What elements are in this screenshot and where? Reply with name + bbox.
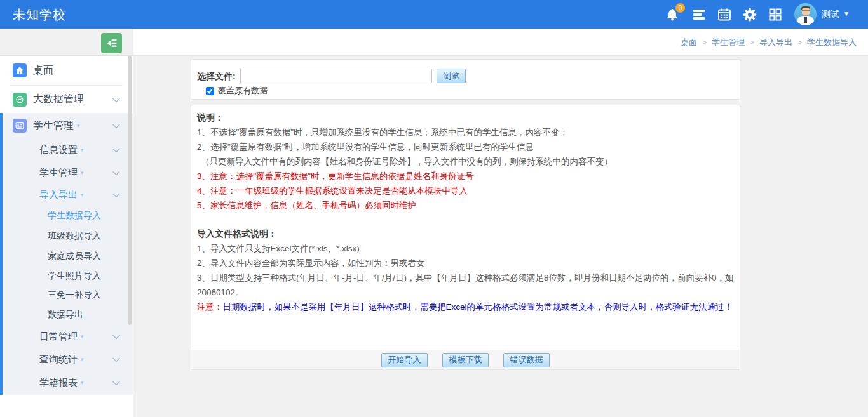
big-data-icon	[13, 93, 27, 107]
format-spec-title: 导入文件格式说明：	[197, 227, 734, 241]
submenu-triangle-icon: ▾	[81, 356, 84, 362]
sidebar-scrollbar[interactable]	[128, 56, 132, 325]
sidebar-item-data-export[interactable]: 数据导出	[3, 305, 133, 325]
format-note: 注意：日期数据时，如果不是采用【年月日】这种格式时，需要把Excel的单元格格式…	[197, 300, 734, 314]
top-header: 未知学校 0	[0, 0, 868, 29]
instruction-warning: 3、注意：选择"覆盖原有数据"时，更新学生信息的依据是姓名和身份证号	[197, 169, 734, 183]
user-menu[interactable]: 测试	[822, 9, 839, 20]
chevron-down-icon	[112, 168, 119, 175]
instruction-line: 2、选择"覆盖原有数据"时，增加系统里没有的学生信息，同时更新系统里已有的学生信…	[197, 140, 734, 154]
submenu-triangle-icon: ▾	[77, 122, 80, 129]
submenu-triangle-icon: ▾	[81, 147, 84, 153]
sidebar-item-student-mgmt-sub[interactable]: 学生管理 ▾	[3, 161, 133, 184]
user-avatar[interactable]	[794, 3, 817, 25]
sidebar-item-student-data-import[interactable]: 学生数据导入	[3, 206, 133, 226]
sidebar-group-student-mgmt: 学生管理 ▾ 信息设置 ▾ 学生管理 ▾ 导入导出 ▾ 学生数据导入 班级数据导…	[0, 113, 133, 395]
template-download-button[interactable]: 模板下载	[442, 353, 489, 367]
error-data-button[interactable]: 错误数据	[503, 353, 550, 367]
browse-button[interactable]: 浏览	[437, 69, 466, 83]
instruction-warning: 4、注意：一年级班级的学生根据系统设置来决定是否能从本模块中导入	[197, 183, 734, 198]
submenu-triangle-icon: ▾	[81, 192, 84, 198]
sidebar-collapse-button[interactable]	[101, 33, 122, 53]
breadcrumb-bar: 桌面>学生管理>导入导出>学生数据导入	[133, 29, 868, 56]
chevron-down-icon	[112, 121, 119, 128]
breadcrumb-desktop[interactable]: 桌面	[681, 37, 697, 47]
chevron-down-icon	[112, 332, 119, 339]
sidebar-item-info-settings[interactable]: 信息设置 ▾	[3, 138, 133, 161]
submenu-triangle-icon: ▾	[81, 333, 84, 340]
sidebar-item-import-export[interactable]: 导入导出 ▾	[3, 184, 133, 206]
instruction-line: （只更新导入文件中有的列内容【姓名和身份证号除外】，导入文件中没有的列，则保持系…	[197, 154, 734, 169]
settings-gear-icon[interactable]	[742, 7, 757, 22]
id-card-icon	[13, 119, 27, 133]
overwrite-label: 覆盖原有数据	[218, 85, 268, 96]
sidebar-item-student-photo-import[interactable]: 学生照片导入	[3, 267, 133, 286]
format-line: 3、日期类型支持三种格式(年月日、年-月-日、年/月/日)，其中【年月日】这种格…	[197, 270, 734, 300]
breadcrumb-current[interactable]: 学生数据导入	[807, 37, 857, 47]
sidebar-item-subsidy-import[interactable]: 三免一补导入	[3, 286, 133, 305]
sidebar-toolbar	[0, 29, 133, 56]
action-button-bar: 开始导入 模板下载 错误数据	[191, 350, 740, 369]
sidebar-item-bigdata[interactable]: 大数据管理	[0, 86, 133, 113]
sidebar-item-query-stats[interactable]: 查询统计 ▾	[3, 348, 133, 371]
file-select-panel: 选择文件: 浏览 覆盖原有数据	[191, 59, 740, 100]
sidebar-item-daily-mgmt[interactable]: 日常管理 ▾	[3, 325, 133, 348]
overwrite-option[interactable]: 覆盖原有数据	[206, 85, 268, 96]
user-caret-icon[interactable]: ▼	[843, 10, 850, 17]
sidebar-item-enrollment-reports[interactable]: 学籍报表 ▾	[3, 371, 133, 395]
sidebar-item-family-member-import[interactable]: 家庭成员导入	[3, 246, 133, 267]
format-note-body: 日期数据时，如果不是采用【年月日】这种格式时，需要把Excel的单元格格式设置为…	[223, 302, 733, 312]
chevron-down-icon	[112, 145, 119, 152]
start-import-button[interactable]: 开始导入	[381, 353, 428, 367]
file-select-label: 选择文件:	[197, 71, 236, 83]
calendar-icon[interactable]	[717, 7, 732, 22]
breadcrumb-import-export[interactable]: 导入导出	[759, 37, 792, 47]
chevron-down-icon	[112, 95, 119, 102]
instruction-warning: 5、家长信息维护，信息（姓名、手机号码）必须同时维护	[197, 198, 734, 213]
chevron-down-icon	[112, 355, 119, 362]
overwrite-checkbox[interactable]	[206, 87, 214, 95]
instructions-title: 说明：	[197, 110, 734, 125]
instructions-panel: 说明： 1、不选择"覆盖原有数据"时，只增加系统里没有的学生信息；系统中已有的学…	[191, 105, 740, 370]
notification-badge: 0	[675, 3, 685, 13]
chevron-down-icon	[112, 378, 119, 385]
sidebar-item-desktop[interactable]: 桌面	[0, 56, 133, 85]
main-content: 选择文件: 浏览 覆盖原有数据 说明： 1、不选择"覆盖原有数据"时，只增加系统…	[133, 56, 868, 417]
format-line: 1、导入文件只支持Excel文件(*.xls、*.xlsx)	[197, 241, 734, 256]
file-path-input[interactable]	[240, 69, 432, 83]
sidebar: 桌面 大数据管理 学生管理 ▾	[0, 56, 133, 417]
chevron-down-icon	[112, 190, 119, 197]
submenu-triangle-icon: ▾	[81, 380, 84, 386]
server-list-icon[interactable]	[691, 7, 707, 22]
sidebar-item-student-mgmt[interactable]: 学生管理 ▾	[3, 113, 133, 138]
instruction-line: 1、不选择"覆盖原有数据"时，只增加系统里没有的学生信息；系统中已有的学生信息，…	[197, 125, 734, 140]
app-grid-icon[interactable]	[768, 7, 783, 22]
school-name: 未知学校	[13, 6, 66, 23]
breadcrumb-student-mgmt[interactable]: 学生管理	[712, 37, 745, 47]
format-line: 2、导入文件内容全部为实际显示内容，如性别为：男或者女	[197, 256, 734, 270]
sidebar-item-class-data-import[interactable]: 班级数据导入	[3, 226, 133, 246]
submenu-triangle-icon: ▾	[81, 169, 84, 176]
notification-bell-icon[interactable]: 0	[665, 7, 680, 22]
breadcrumb: 桌面>学生管理>导入导出>学生数据导入	[681, 37, 857, 48]
format-note-prefix: 注意：	[197, 302, 223, 312]
home-icon	[13, 63, 27, 77]
